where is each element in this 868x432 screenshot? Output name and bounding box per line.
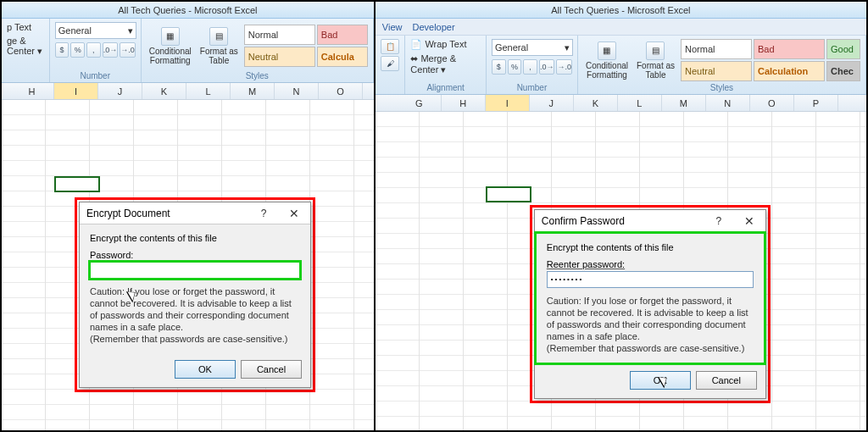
percent-button[interactable]: % [70, 42, 85, 58]
paste-icon[interactable]: 📋 [381, 39, 399, 54]
style-bad[interactable]: Bad [317, 25, 368, 45]
number-format-dropdown[interactable]: General ▾ [55, 22, 136, 39]
password-label: Password: [90, 250, 300, 260]
password-input[interactable]: •••••••• [547, 271, 754, 288]
help-icon[interactable]: ? [251, 205, 276, 222]
close-icon[interactable]: ✕ [737, 213, 762, 230]
col-header[interactable]: P [794, 95, 838, 111]
comma-button[interactable]: , [86, 42, 101, 58]
col-header[interactable]: L [186, 83, 231, 99]
increase-decimal-button[interactable]: .0→ [103, 42, 119, 58]
column-headers: G H I J K L M N O P [376, 95, 866, 112]
currency-button[interactable]: $ [492, 59, 506, 75]
dialog-highlight-box: Confirm Password ? ✕ Encrypt the content… [530, 205, 771, 403]
currency-button[interactable]: $ [55, 42, 70, 58]
chevron-down-icon: ▾ [128, 25, 133, 36]
decrease-decimal-button[interactable]: →.0 [556, 59, 572, 75]
col-header[interactable]: J [98, 83, 142, 99]
col-header[interactable]: H [10, 83, 54, 99]
col-header[interactable]: L [618, 95, 662, 111]
password-input[interactable] [90, 262, 300, 279]
ribbon: 📋 🖌 📄 Wrap Text ⬌ Merge & Center ▾ Align… [376, 36, 866, 95]
style-neutral[interactable]: Neutral [681, 61, 752, 81]
number-format-dropdown[interactable]: General ▾ [492, 39, 573, 56]
menu-developer[interactable]: Developer [412, 22, 454, 32]
style-good[interactable]: Good [826, 39, 860, 59]
increase-decimal-button[interactable]: .0→ [539, 59, 555, 75]
menu-view[interactable]: View [382, 22, 403, 32]
format-as-table-button[interactable]: ▤ Format as Table [198, 27, 241, 65]
dialog-subtitle: Encrypt the contents of this file [547, 242, 754, 252]
caution-text: Caution: If you lose or forget the passw… [90, 285, 300, 345]
chevron-down-icon: ▾ [565, 42, 570, 53]
spreadsheet-grid[interactable]: Confirm Password ? ✕ Encrypt the content… [376, 112, 866, 430]
dialog-highlight-box: Encrypt Document ? ✕ Encrypt the content… [75, 197, 315, 392]
caution-text: Caution: If you lose or forget the passw… [547, 295, 754, 354]
col-header[interactable]: O [319, 83, 363, 99]
col-header[interactable]: I [54, 83, 98, 99]
app-title-text: All Tech Queries - Microsoft Excel [118, 5, 257, 15]
style-calculation[interactable]: Calcula [317, 47, 368, 67]
close-icon[interactable]: ✕ [281, 205, 307, 222]
cell-styles-gallery[interactable]: Normal Bad Good Neutral Calculation Chec [681, 39, 860, 81]
format-as-table-icon: ▤ [209, 27, 228, 46]
col-header[interactable]: O [750, 95, 794, 111]
style-calculation[interactable]: Calculation [754, 61, 825, 81]
ribbon: p Text ge & Center ▾ General ▾ $ [2, 19, 374, 83]
ok-button[interactable]: OK [175, 360, 236, 379]
col-header[interactable]: I [486, 95, 530, 111]
style-neutral[interactable]: Neutral [244, 47, 315, 67]
cancel-button[interactable]: Cancel [696, 371, 757, 390]
col-header[interactable]: K [574, 95, 618, 111]
confirm-password-dialog: Confirm Password ? ✕ Encrypt the content… [534, 209, 766, 399]
selected-cell[interactable] [486, 186, 531, 202]
decrease-decimal-button[interactable]: →.0 [120, 42, 136, 58]
col-header[interactable]: N [706, 95, 750, 111]
wrap-text-button[interactable]: 📄 Wrap Text [410, 39, 466, 50]
cancel-button[interactable]: Cancel [241, 360, 302, 379]
merge-center-button[interactable]: ⬌ Merge & Center ▾ [410, 53, 481, 75]
dialog-title: Encrypt Document [86, 208, 170, 219]
password-label: Reenter password: [547, 259, 754, 269]
conditional-formatting-icon: ▦ [161, 27, 180, 46]
style-normal[interactable]: Normal [244, 25, 315, 45]
cell-styles-gallery[interactable]: Normal Bad Neutral Calcula [244, 25, 368, 67]
comma-button[interactable]: , [523, 59, 537, 75]
format-painter-icon[interactable]: 🖌 [381, 56, 399, 71]
right-pane: All Tech Queries - Microsoft Excel View … [376, 2, 866, 430]
styles-group-label: Styles [147, 71, 368, 80]
col-header[interactable]: G [398, 95, 442, 111]
conditional-formatting-button[interactable]: ▦ Conditional Formatting [583, 42, 631, 80]
column-headers: H I J K L M N O [2, 83, 374, 100]
number-format-value: General [58, 25, 92, 36]
col-header[interactable]: H [442, 95, 486, 111]
alignment-group-label [7, 71, 44, 80]
styles-group-label: Styles [583, 83, 860, 92]
style-bad[interactable]: Bad [754, 39, 825, 59]
col-header[interactable]: M [231, 83, 275, 99]
dialog-subtitle: Encrypt the contents of this file [90, 233, 300, 243]
conditional-formatting-button[interactable]: ▦ Conditional Formatting [147, 27, 194, 65]
window-title: All Tech Queries - Microsoft Excel [376, 2, 866, 19]
app-title-text: All Tech Queries - Microsoft Excel [551, 5, 690, 15]
col-header[interactable]: J [530, 95, 574, 111]
style-normal[interactable]: Normal [681, 39, 752, 59]
percent-button[interactable]: % [508, 59, 522, 75]
format-as-table-button[interactable]: ▤ Format as Table [634, 42, 677, 80]
ok-button[interactable]: OK [630, 371, 691, 390]
alignment-group-label: Alignment [410, 83, 481, 92]
help-icon[interactable]: ? [706, 213, 732, 230]
window-title: All Tech Queries - Microsoft Excel [2, 2, 374, 19]
number-group-label: Number [492, 83, 572, 92]
number-format-value: General [495, 42, 528, 53]
col-header[interactable]: M [662, 95, 706, 111]
col-header[interactable]: K [142, 83, 186, 99]
col-header[interactable]: N [275, 83, 319, 99]
number-group-label: Number [55, 71, 136, 80]
merge-center-button[interactable]: ge & Center ▾ [7, 36, 44, 57]
selected-cell[interactable] [54, 176, 100, 192]
wrap-text-button[interactable]: p Text [7, 22, 31, 32]
format-as-table-icon: ▤ [646, 42, 665, 60]
spreadsheet-grid[interactable]: Encrypt Document ? ✕ Encrypt the content… [2, 100, 374, 430]
style-check-cell[interactable]: Chec [826, 61, 860, 81]
